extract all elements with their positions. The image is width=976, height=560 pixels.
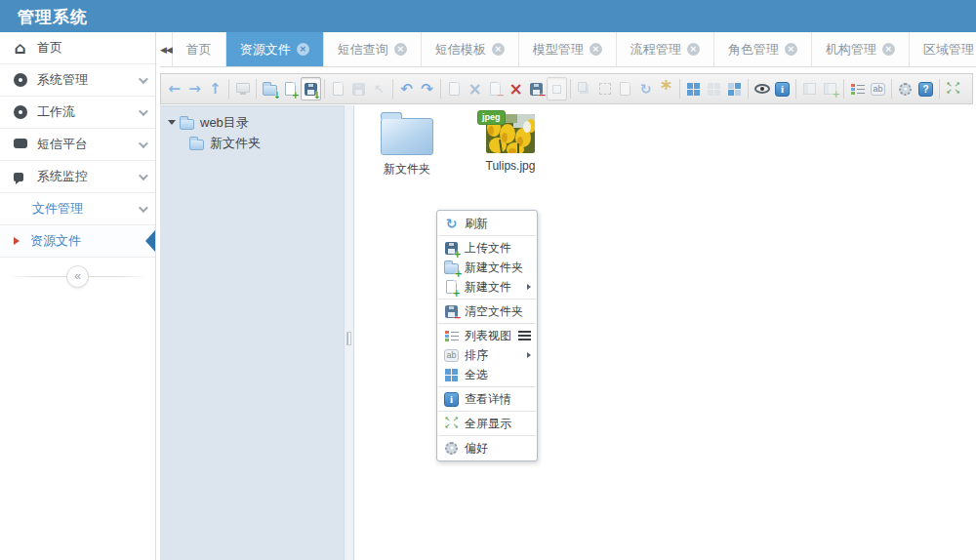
menu-item-upload-file[interactable]: 上传文件	[437, 238, 537, 258]
large-icons-view-button[interactable]	[683, 77, 704, 100]
tab-model-management[interactable]: 模型管理 ×	[519, 32, 617, 66]
eye-button[interactable]	[752, 77, 772, 100]
tab-resource-files[interactable]: 资源文件 ×	[226, 32, 324, 66]
chevron-down-icon	[139, 106, 148, 116]
toolbar-separator	[891, 79, 892, 99]
tree-node-web-directory[interactable]: web目录	[164, 112, 340, 133]
menu-item-fullscreen[interactable]: 全屏显示	[437, 414, 537, 433]
menu-item-refresh[interactable]: 刷新	[437, 214, 537, 233]
tab-role-management[interactable]: 角色管理 ×	[714, 32, 812, 66]
tile-view-button[interactable]	[724, 77, 745, 100]
clear-folder-button[interactable]	[526, 77, 547, 100]
menu-divider	[438, 411, 536, 412]
delete-icon	[508, 79, 522, 99]
tab-close-icon[interactable]: ×	[297, 43, 309, 56]
tab-close-icon[interactable]: ×	[687, 43, 700, 56]
panel-add-icon	[824, 83, 836, 95]
sidebar-item-home[interactable]: 首页	[0, 32, 155, 64]
up-button[interactable]	[205, 77, 225, 100]
tab-close-icon[interactable]: ×	[590, 43, 602, 56]
fullscreen-button[interactable]	[943, 77, 963, 100]
copy-file-icon	[333, 82, 344, 96]
sidebar-item-sms-platform[interactable]: 短信平台	[0, 129, 155, 161]
menu-divider	[438, 299, 536, 300]
save-button[interactable]	[301, 77, 321, 100]
tab-process-management[interactable]: 流程管理 ×	[617, 32, 714, 66]
computer-button[interactable]	[232, 77, 253, 100]
delete-button[interactable]	[506, 77, 526, 100]
preview-button[interactable]	[547, 77, 567, 100]
active-item-marker-icon	[145, 230, 155, 252]
tree-node-label: 新文件夹	[210, 135, 261, 152]
file-item-image[interactable]: jpeg Tulips.jpg	[469, 109, 551, 178]
sidebar-item-label: 系统监控	[37, 168, 88, 185]
sidebar-item-system-management[interactable]: 系统管理	[0, 64, 155, 97]
tab-scroll-left-button[interactable]: ◀◀	[160, 32, 173, 66]
copy-stack-button[interactable]	[574, 77, 594, 100]
sidebar-item-system-monitor[interactable]: 系统监控	[0, 161, 155, 193]
tab-label: 短信查询	[338, 41, 388, 59]
sidebar-item-file-management[interactable]: 文件管理	[0, 193, 155, 225]
tab-close-icon[interactable]: ×	[394, 43, 407, 56]
redo-button[interactable]	[417, 77, 437, 100]
menu-item-select-all[interactable]: 全选	[437, 365, 537, 384]
rename-file-button[interactable]	[615, 77, 635, 100]
menu-item-label: 查看详情	[465, 391, 511, 408]
save-as-button[interactable]	[348, 77, 369, 100]
select-area-button[interactable]	[594, 77, 615, 100]
help-button[interactable]: ?	[915, 77, 936, 100]
camera-icon	[14, 173, 23, 181]
paste-button[interactable]	[485, 77, 506, 100]
tab-close-icon[interactable]: ×	[882, 43, 895, 56]
list-view-button[interactable]	[847, 77, 868, 100]
tab-sms-template[interactable]: 短信模板 ×	[422, 32, 519, 66]
fullscreen-icon	[444, 417, 459, 431]
favorite-button[interactable]	[656, 77, 676, 100]
tab-home[interactable]: 首页	[173, 32, 226, 66]
small-icons-view-button[interactable]	[704, 77, 724, 100]
menu-item-sort[interactable]: ab 排序	[437, 345, 537, 365]
menu-item-list-view[interactable]: 列表视图	[437, 326, 537, 345]
menu-item-view-details[interactable]: i 查看详情	[437, 389, 537, 409]
settings-button[interactable]	[895, 77, 915, 100]
tab-region-management[interactable]: 区域管理 ×	[910, 32, 976, 66]
splitter-grip-icon[interactable]	[346, 332, 351, 345]
sidebar-item-workflow[interactable]: 工作流	[0, 97, 155, 129]
sidebar-collapse-button[interactable]: «	[66, 265, 89, 288]
tree-expand-caret-icon[interactable]	[168, 120, 176, 125]
app-header: 管理系统	[0, 0, 976, 32]
tab-organization-management[interactable]: 机构管理 ×	[812, 32, 910, 66]
panel-add-button[interactable]	[820, 77, 840, 100]
new-file-button[interactable]	[280, 77, 301, 100]
large-icons-view-icon	[687, 83, 700, 96]
menu-item-new-folder[interactable]: 新建文件夹	[437, 258, 537, 277]
small-icons-view-icon	[708, 83, 720, 96]
tab-sms-query[interactable]: 短信查询 ×	[324, 32, 422, 66]
panel-button[interactable]	[799, 77, 820, 100]
undo-button[interactable]	[396, 77, 417, 100]
replace-button[interactable]	[635, 77, 656, 100]
replace-icon	[640, 81, 652, 97]
menu-divider	[438, 323, 536, 324]
info-button[interactable]: i	[772, 77, 793, 100]
copy-button[interactable]	[444, 77, 465, 100]
copy-file-button[interactable]	[328, 77, 348, 100]
cut-button[interactable]	[465, 77, 485, 100]
tab-close-icon[interactable]: ×	[785, 43, 797, 56]
tree-node-new-folder[interactable]: 新文件夹	[164, 133, 340, 153]
menu-item-clear-folder[interactable]: 清空文件夹	[437, 301, 537, 321]
sidebar-item-resource-files[interactable]: 资源文件	[0, 225, 155, 258]
file-item-folder[interactable]: 新文件夹	[366, 109, 448, 178]
back-button[interactable]	[164, 77, 184, 100]
panel-splitter[interactable]	[344, 105, 354, 560]
toolbar-separator	[392, 79, 393, 99]
menu-item-new-file[interactable]: 新建文件	[437, 277, 537, 297]
tab-close-icon[interactable]: ×	[492, 43, 505, 56]
sort-button[interactable]: ab	[868, 77, 888, 100]
app-title: 管理系统	[18, 6, 88, 28]
pointer-button[interactable]	[369, 77, 389, 100]
menu-item-preferences[interactable]: 偏好	[437, 438, 537, 458]
folder-download-button[interactable]	[260, 77, 280, 100]
forward-button[interactable]	[184, 77, 205, 100]
sidebar-item-label: 文件管理	[32, 200, 83, 218]
